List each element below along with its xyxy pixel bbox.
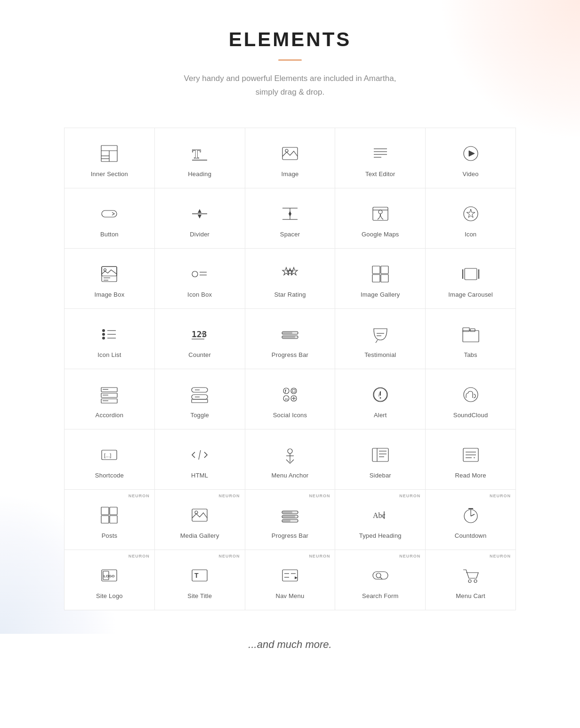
svg-marker-28 <box>467 209 475 218</box>
neuron-badge: NEURON <box>309 493 330 498</box>
element-card-alert[interactable]: iAlert <box>335 369 426 429</box>
heading-icon: T <box>188 142 211 165</box>
accordion-icon <box>98 383 121 406</box>
element-card-tabs[interactable]: Tabs <box>426 309 516 369</box>
element-card-video[interactable]: Video <box>426 128 516 188</box>
text-editor-label: Text Editor <box>365 170 395 178</box>
svg-rect-30 <box>102 267 117 276</box>
element-card-image[interactable]: Image <box>245 128 336 188</box>
element-card-text-editor[interactable]: Text Editor <box>335 128 426 188</box>
svg-point-79 <box>291 388 297 394</box>
element-card-inner-section[interactable]: Inner Section <box>64 128 155 188</box>
svg-rect-111 <box>110 516 117 523</box>
svg-marker-134 <box>295 576 298 579</box>
element-card-media-gallery[interactable]: NEURONMedia Gallery <box>155 490 245 550</box>
divider-icon <box>188 202 211 225</box>
svg-point-138 <box>468 580 471 582</box>
element-card-menu-anchor[interactable]: Menu Anchor <box>245 429 336 490</box>
element-card-image-carousel[interactable]: Image Carousel <box>426 249 516 309</box>
element-card-star-rating[interactable]: Star Rating <box>245 249 336 309</box>
testimonial-icon <box>369 323 392 346</box>
element-card-shortcode[interactable]: [...]Shortcode <box>64 429 155 490</box>
element-card-soundcloud[interactable]: SoundCloud <box>426 369 516 429</box>
element-card-sidebar[interactable]: Sidebar <box>335 429 426 490</box>
element-card-html[interactable]: HTML <box>155 429 245 490</box>
svg-rect-119 <box>282 519 290 522</box>
counter-icon: 123 <box>188 323 211 346</box>
image-box-icon <box>98 263 121 285</box>
button-icon <box>98 202 121 225</box>
progress-bar-icon <box>279 323 301 346</box>
accordion-label: Accordion <box>96 412 124 419</box>
element-card-site-logo[interactable]: NEURONLOGOSite Logo <box>64 550 155 610</box>
element-card-divider[interactable]: Divider <box>155 188 245 249</box>
element-card-testimonial[interactable]: Testimonial <box>335 309 426 369</box>
neuron-progress-bar-label: Progress Bar <box>272 532 308 539</box>
svg-text:[...]: [...] <box>104 453 111 458</box>
media-gallery-icon <box>188 504 211 526</box>
google-maps-icon <box>369 202 392 225</box>
section-divider <box>278 59 302 61</box>
svg-text:LOGO: LOGO <box>104 574 115 578</box>
menu-anchor-icon <box>279 444 301 466</box>
svg-marker-38 <box>287 268 293 275</box>
soundcloud-icon <box>459 383 482 406</box>
element-card-nav-menu[interactable]: NEURONNav Menu <box>245 550 336 610</box>
spacer-label: Spacer <box>280 231 300 238</box>
element-card-menu-cart[interactable]: NEURONMenu Cart <box>426 550 516 610</box>
typed-heading-icon: Abc <box>369 504 392 526</box>
svg-point-91 <box>464 388 478 402</box>
neuron-badge: NEURON <box>309 554 330 558</box>
inner-section-label: Inner Section <box>91 170 128 178</box>
element-card-neuron-progress-bar[interactable]: NEURONProgress Bar <box>245 490 336 550</box>
element-card-image-gallery[interactable]: Image Gallery <box>335 249 426 309</box>
shortcode-icon: [...] <box>98 444 121 466</box>
counter-label: Counter <box>188 351 211 358</box>
svg-point-34 <box>192 271 198 277</box>
element-card-icon-list[interactable]: Icon List <box>64 309 155 369</box>
element-card-posts[interactable]: NEURONPosts <box>64 490 155 550</box>
element-card-icon[interactable]: Icon <box>426 188 516 249</box>
element-card-accordion[interactable]: Accordion <box>64 369 155 429</box>
element-card-google-maps[interactable]: Google Maps <box>335 188 426 249</box>
star-rating-label: Star Rating <box>274 291 306 298</box>
element-card-toggle[interactable]: Toggle <box>155 369 245 429</box>
tabs-label: Tabs <box>464 351 477 358</box>
element-card-image-box[interactable]: Image Box <box>64 249 155 309</box>
element-card-icon-box[interactable]: Icon Box <box>155 249 245 309</box>
svg-rect-76 <box>192 399 208 403</box>
alert-icon: i <box>369 383 392 406</box>
elements-grid: Inner SectionTHeadingImageText EditorVid… <box>64 128 516 610</box>
search-form-icon <box>369 564 392 587</box>
menu-anchor-label: Menu Anchor <box>272 472 309 479</box>
svg-marker-14 <box>469 151 475 156</box>
neuron-badge: NEURON <box>490 493 511 498</box>
svg-rect-109 <box>110 507 117 515</box>
element-card-typed-heading[interactable]: NEURONAbcTyped Heading <box>335 490 426 550</box>
svg-point-136 <box>376 573 381 578</box>
element-card-read-more[interactable]: Read More <box>426 429 516 490</box>
image-box-label: Image Box <box>94 291 124 298</box>
element-card-counter[interactable]: 123Counter <box>155 309 245 369</box>
element-card-social-icons[interactable]: finSocial Icons <box>245 369 336 429</box>
svg-rect-29 <box>102 267 117 282</box>
image-carousel-label: Image Carousel <box>448 291 493 298</box>
icon-label: Icon <box>465 231 476 238</box>
svg-rect-58 <box>282 332 292 334</box>
element-card-button[interactable]: Button <box>64 188 155 249</box>
element-card-search-form[interactable]: NEURONSearch Form <box>335 550 426 610</box>
countdown-icon <box>459 504 482 526</box>
element-card-spacer[interactable]: Spacer <box>245 188 336 249</box>
element-card-progress-bar[interactable]: Progress Bar <box>245 309 336 369</box>
social-icons-icon: fin <box>279 383 301 406</box>
divider-label: Divider <box>190 231 209 238</box>
svg-point-49 <box>102 333 105 336</box>
icon-box-icon <box>188 263 211 285</box>
icon-box-label: Icon Box <box>187 291 212 298</box>
svg-point-113 <box>195 511 198 514</box>
neuron-badge: NEURON <box>129 554 150 558</box>
element-card-heading[interactable]: THeading <box>155 128 245 188</box>
element-card-site-title[interactable]: NEURONTSite Title <box>155 550 245 610</box>
svg-text:i: i <box>379 391 380 398</box>
element-card-countdown[interactable]: NEURONCountdown <box>426 490 516 550</box>
